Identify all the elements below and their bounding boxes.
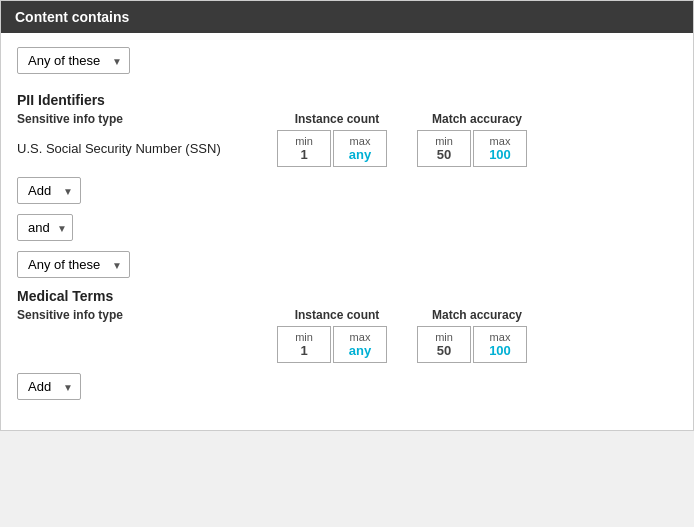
section1: PII Identifiers Sensitive info type Inst…	[17, 92, 677, 204]
section2-accuracy-max-box[interactable]: max 100	[473, 326, 527, 363]
section2-accuracy-min-value: 50	[420, 343, 468, 358]
section2-accuracy-min-label: min	[420, 331, 468, 343]
section1-instance-min-box[interactable]: min 1	[277, 130, 331, 167]
section2-col-headers: Sensitive info type Instance count Match…	[17, 308, 677, 322]
section1-instance-max-value: any	[336, 147, 384, 162]
and-row: and	[17, 214, 677, 241]
section1-match-accuracy-label: Match accuracy	[417, 112, 537, 126]
section1-accuracy-max-value: 100	[476, 147, 524, 162]
panel-body: Any of these PII Identifiers Sensitive i…	[1, 33, 693, 430]
section2-match-accuracy-label: Match accuracy	[417, 308, 537, 322]
section2-instance-max-value: any	[336, 343, 384, 358]
section2-accuracy-min-box[interactable]: min 50	[417, 326, 471, 363]
section2-add-select-wrap[interactable]: Add	[17, 373, 81, 400]
section1-instance-boxes: min 1 max any	[277, 130, 397, 167]
section1-instance-min-value: 1	[280, 147, 328, 162]
section1-ssn-row: U.S. Social Security Number (SSN) min 1 …	[17, 130, 677, 167]
any-of-these-row: Any of these	[17, 251, 677, 278]
section1-accuracy-min-label: min	[420, 135, 468, 147]
and-select[interactable]: and	[17, 214, 73, 241]
section1-accuracy-min-value: 50	[420, 147, 468, 162]
section1-add-select[interactable]: Add	[17, 177, 81, 204]
section1-accuracy-max-label: max	[476, 135, 524, 147]
section2-instance-min-label: min	[280, 331, 328, 343]
top-dropdown-container: Any of these	[17, 47, 677, 74]
section2-add-select[interactable]: Add	[17, 373, 81, 400]
panel-header: Content contains	[1, 1, 693, 33]
section2-instance-boxes: min 1 max any	[277, 326, 397, 363]
section2-instance-max-label: max	[336, 331, 384, 343]
section1-accuracy-boxes: min 50 max 100	[417, 130, 537, 167]
section2-instance-min-box[interactable]: min 1	[277, 326, 331, 363]
section2-instance-min-value: 1	[280, 343, 328, 358]
section1-add-select-wrap[interactable]: Add	[17, 177, 81, 204]
any-of-these-select[interactable]: Any of these	[17, 251, 130, 278]
section2-accuracy-max-value: 100	[476, 343, 524, 358]
header-title: Content contains	[15, 9, 129, 25]
section1-accuracy-max-box[interactable]: max 100	[473, 130, 527, 167]
section2-accuracy-max-label: max	[476, 331, 524, 343]
any-of-these-select-wrap[interactable]: Any of these	[17, 251, 130, 278]
section2-add-row: Add	[17, 373, 677, 400]
section1-accuracy-min-box[interactable]: min 50	[417, 130, 471, 167]
section1-instance-min-label: min	[280, 135, 328, 147]
top-select-wrap[interactable]: Any of these	[17, 47, 130, 74]
section1-instance-count-label: Instance count	[277, 112, 397, 126]
section2-instance-max-box[interactable]: max any	[333, 326, 387, 363]
content-contains-panel: Content contains Any of these PII Identi…	[0, 0, 694, 431]
section1-instance-max-box[interactable]: max any	[333, 130, 387, 167]
top-any-of-these-select[interactable]: Any of these	[17, 47, 130, 74]
section1-add-row: Add	[17, 177, 677, 204]
section2-instance-count-label: Instance count	[277, 308, 397, 322]
section2: Medical Terms Sensitive info type Instan…	[17, 288, 677, 400]
section1-sensitive-label: Sensitive info type	[17, 112, 277, 126]
section1-col-headers: Sensitive info type Instance count Match…	[17, 112, 677, 126]
and-select-wrap[interactable]: and	[17, 214, 73, 241]
section1-title: PII Identifiers	[17, 92, 677, 108]
section1-ssn-name: U.S. Social Security Number (SSN)	[17, 141, 277, 156]
section2-accuracy-boxes: min 50 max 100	[417, 326, 537, 363]
section1-instance-max-label: max	[336, 135, 384, 147]
section2-sensitive-label: Sensitive info type	[17, 308, 277, 322]
section2-boxes-row: min 1 max any min 50 max 100	[17, 326, 677, 363]
section2-title: Medical Terms	[17, 288, 677, 304]
